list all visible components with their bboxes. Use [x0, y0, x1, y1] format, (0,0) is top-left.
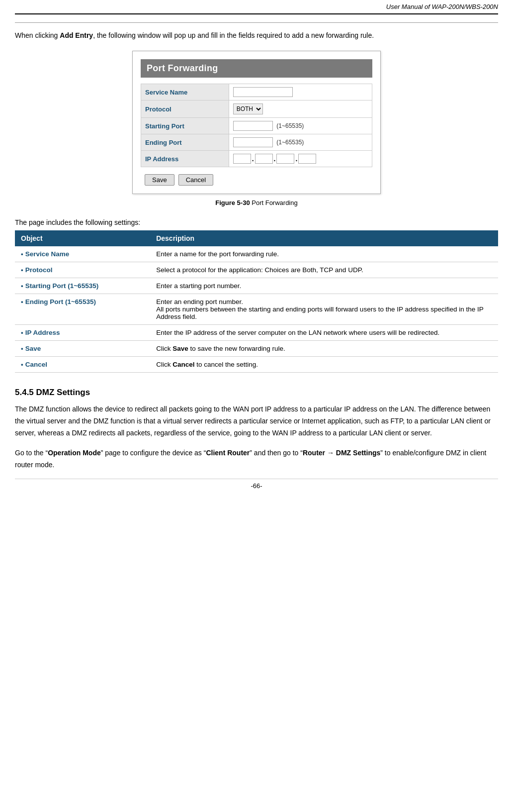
- desc-protocol: Select a protocol for the application: C…: [150, 262, 498, 278]
- col-object: Object: [15, 230, 150, 246]
- desc-ending-port: Enter an ending port number. All ports n…: [150, 294, 498, 325]
- ip-dot-3: .: [295, 155, 297, 163]
- intro-before: When clicking: [15, 31, 60, 39]
- ip-octet-3[interactable]: [276, 154, 294, 164]
- dmz-para1: The DMZ function allows the device to re…: [15, 404, 498, 439]
- select-protocol[interactable]: BOTH TCP UDP: [233, 103, 263, 114]
- settings-table: Object Description •Service Name Enter a…: [15, 230, 498, 373]
- figure-bold: Figure 5-30: [215, 199, 250, 206]
- ip-input-group: . . .: [233, 154, 368, 164]
- label-service-name: Service Name: [141, 84, 229, 101]
- label-starting-port: Starting Port: [141, 118, 229, 134]
- desc-service-name: Enter a name for the port forwarding rul…: [150, 246, 498, 262]
- object-ending-port: •Ending Port (1~65535): [15, 294, 150, 325]
- object-save: •Save: [15, 341, 150, 357]
- cell-protocol: BOTH TCP UDP: [229, 101, 372, 118]
- table-row: •Service Name Enter a name for the port …: [15, 246, 498, 262]
- input-starting-port[interactable]: [233, 121, 273, 131]
- table-row: •Ending Port (1~65535) Enter an ending p…: [15, 294, 498, 325]
- label-protocol: Protocol: [141, 101, 229, 118]
- cell-ip-address: . . .: [229, 151, 372, 167]
- cell-ending-port: (1~65535): [229, 134, 372, 151]
- desc-cancel: Click Cancel to cancel the setting.: [150, 357, 498, 373]
- section-intro: The page includes the following settings…: [15, 218, 498, 226]
- table-row: •Cancel Click Cancel to cancel the setti…: [15, 357, 498, 373]
- dialog-title: Port Forwarding: [141, 59, 372, 78]
- page-footer: -66-: [15, 479, 498, 490]
- port-forwarding-dialog: Port Forwarding Service Name Protocol BO…: [132, 51, 381, 194]
- ip-dot-1: .: [252, 155, 254, 163]
- save-button[interactable]: Save: [145, 174, 174, 186]
- cancel-button[interactable]: Cancel: [178, 174, 213, 186]
- table-row: •Starting Port (1~65535) Enter a startin…: [15, 278, 498, 294]
- input-service-name[interactable]: [233, 87, 293, 97]
- input-ending-port[interactable]: [233, 137, 273, 147]
- figure-caption: Figure 5-30 Port Forwarding: [15, 199, 498, 206]
- page-number: -66-: [251, 482, 262, 490]
- desc-save: Click Save to save the new forwarding ru…: [150, 341, 498, 357]
- dmz-para2: Go to the “Operation Mode” page to confi…: [15, 447, 498, 471]
- form-row-service-name: Service Name: [141, 84, 372, 101]
- ip-octet-2[interactable]: [255, 154, 273, 164]
- cell-starting-port: (1~65535): [229, 118, 372, 134]
- form-row-protocol: Protocol BOTH TCP UDP: [141, 101, 372, 118]
- hint-ending-port: (1~65535): [276, 139, 304, 146]
- ip-dot-2: .: [274, 155, 276, 163]
- ip-octet-4[interactable]: [298, 154, 316, 164]
- label-ending-port: Ending Port: [141, 134, 229, 151]
- object-ip-address: •IP Address: [15, 325, 150, 341]
- col-description: Description: [150, 230, 498, 246]
- intro-bold: Add Entry: [60, 31, 93, 39]
- desc-starting-port: Enter a starting port number.: [150, 278, 498, 294]
- object-service-name: •Service Name: [15, 246, 150, 262]
- intro-after: , the following window will pop up and f…: [93, 31, 374, 39]
- form-table: Service Name Protocol BOTH TCP UDP: [141, 84, 372, 167]
- table-row: •IP Address Enter the IP address of the …: [15, 325, 498, 341]
- ip-octet-1[interactable]: [233, 154, 251, 164]
- top-rule: [15, 22, 498, 23]
- label-ip-address: IP Address: [141, 151, 229, 167]
- hint-starting-port: (1~65535): [276, 122, 304, 129]
- cell-service-name: [229, 84, 372, 101]
- figure-text: Port Forwarding: [250, 199, 298, 206]
- form-row-starting-port: Starting Port (1~65535): [141, 118, 372, 134]
- form-row-ending-port: Ending Port (1~65535): [141, 134, 372, 151]
- desc-ip-address: Enter the IP address of the server compu…: [150, 325, 498, 341]
- object-starting-port: •Starting Port (1~65535): [15, 278, 150, 294]
- page-header: User Manual of WAP-200N/WBS-200N: [15, 0, 498, 14]
- form-row-ip-address: IP Address . . .: [141, 151, 372, 167]
- dmz-section-heading: 5.4.5 DMZ Settings: [15, 388, 498, 398]
- dialog-wrapper: Port Forwarding Service Name Protocol BO…: [15, 51, 498, 194]
- header-title: User Manual of WAP-200N/WBS-200N: [386, 3, 498, 10]
- object-protocol: •Protocol: [15, 262, 150, 278]
- table-row: •Save Click Save to save the new forward…: [15, 341, 498, 357]
- table-header-row: Object Description: [15, 230, 498, 246]
- dialog-buttons: Save Cancel: [141, 174, 372, 186]
- table-row: •Protocol Select a protocol for the appl…: [15, 262, 498, 278]
- object-cancel: •Cancel: [15, 357, 150, 373]
- intro-paragraph: When clicking Add Entry, the following w…: [15, 30, 498, 41]
